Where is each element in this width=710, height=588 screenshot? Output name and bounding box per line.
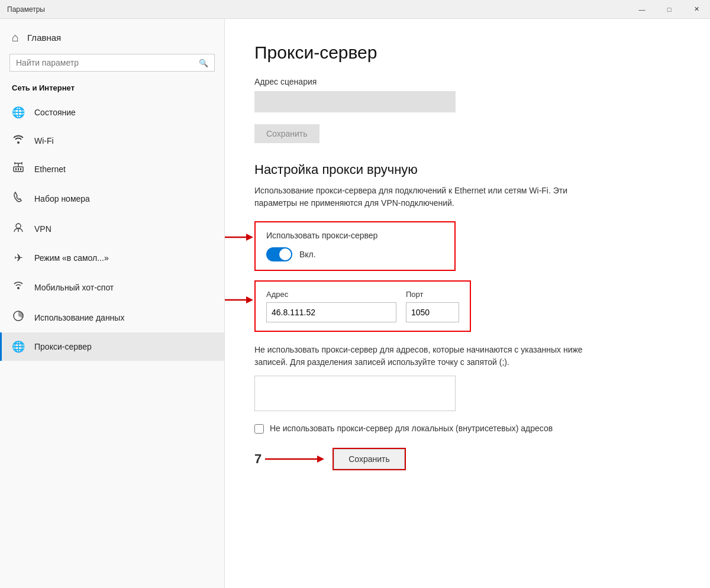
airplane-icon: ✈ bbox=[12, 251, 25, 264]
ethernet-icon bbox=[12, 162, 25, 176]
window-content: ⌂ Главная 🔍 Сеть и Интернет 🌐 Состояние bbox=[0, 19, 710, 588]
sidebar-item-wifi[interactable]: Wi-Fi bbox=[0, 127, 224, 154]
step5-arrow bbox=[225, 230, 253, 244]
sidebar-item-label-datausage: Использование данных bbox=[34, 313, 124, 322]
sidebar-item-status[interactable]: 🌐 Состояние bbox=[0, 98, 224, 127]
proxy-toggle-box: Использовать прокси-сервер Вкл. bbox=[254, 221, 456, 271]
step7-label: 7 bbox=[254, 451, 262, 467]
local-bypass-checkbox[interactable] bbox=[254, 424, 264, 434]
svg-rect-3 bbox=[20, 168, 21, 170]
sidebar-item-label-proxy: Прокси-сервер bbox=[34, 342, 92, 351]
svg-marker-13 bbox=[246, 234, 253, 241]
page-title: Прокси-сервер bbox=[254, 43, 680, 63]
address-input[interactable] bbox=[266, 302, 396, 322]
manual-desc: Использование прокси-сервера для подключ… bbox=[254, 185, 586, 209]
sidebar-item-datausage[interactable]: Использование данных bbox=[0, 302, 224, 332]
step7-arrow bbox=[265, 452, 324, 466]
use-proxy-label: Использовать прокси-сервер bbox=[266, 231, 444, 240]
minimize-button[interactable]: — bbox=[628, 0, 656, 19]
proxy-toggle-switch[interactable] bbox=[266, 247, 292, 261]
address-label: Адрес bbox=[266, 290, 396, 299]
sidebar-item-label-status: Состояние bbox=[34, 108, 76, 117]
main-panel: Прокси-сервер Адрес сценария Сохранить Н… bbox=[225, 19, 710, 588]
addr-port-box: Адрес Порт bbox=[254, 280, 471, 332]
toggle-row: Вкл. bbox=[266, 247, 444, 261]
sidebar-item-hotspot[interactable]: Мобильный хот-спот bbox=[0, 272, 224, 302]
sidebar-item-airplane[interactable]: ✈ Режим «в самол...» bbox=[0, 244, 224, 272]
proxy-icon: 🌐 bbox=[12, 340, 25, 353]
sidebar-item-vpn[interactable]: VPN bbox=[0, 214, 224, 244]
step6-arrow bbox=[225, 293, 253, 307]
wifi-icon bbox=[12, 134, 25, 147]
manual-section-title: Настройка прокси вручную bbox=[254, 162, 680, 177]
save-top-button[interactable]: Сохранить bbox=[254, 124, 320, 143]
save-bottom-button[interactable]: Сохранить bbox=[334, 449, 405, 469]
search-icon: 🔍 bbox=[199, 59, 208, 67]
vpn-icon bbox=[12, 221, 25, 236]
local-bypass-row: Не использовать прокси-сервер для локаль… bbox=[254, 423, 586, 435]
svg-point-10 bbox=[17, 287, 20, 289]
address-group: Адрес bbox=[266, 290, 396, 322]
maximize-button[interactable]: □ bbox=[656, 0, 683, 19]
sidebar-item-label-hotspot: Мобильный хот-спот bbox=[34, 283, 114, 292]
sidebar-section-title: Сеть и Интернет bbox=[0, 81, 224, 98]
home-label: Главная bbox=[27, 33, 61, 43]
svg-rect-2 bbox=[18, 168, 19, 170]
toggle-state-text: Вкл. bbox=[299, 250, 316, 259]
dialup-icon bbox=[12, 191, 25, 206]
status-icon: 🌐 bbox=[12, 106, 25, 119]
svg-rect-1 bbox=[15, 168, 17, 170]
window-title: Параметры bbox=[7, 5, 45, 14]
sidebar-item-label-dialup: Набор номера bbox=[34, 194, 90, 203]
home-icon: ⌂ bbox=[12, 31, 19, 44]
scenario-address-input[interactable] bbox=[254, 91, 456, 112]
svg-marker-15 bbox=[246, 296, 253, 303]
local-bypass-label: Не использовать прокси-сервер для локаль… bbox=[270, 423, 553, 435]
search-input[interactable] bbox=[16, 58, 199, 67]
titlebar-controls: — □ ✕ bbox=[628, 0, 710, 19]
svg-point-8 bbox=[16, 224, 21, 228]
exclude-desc: Не использовать прокси-сервер для адресо… bbox=[254, 344, 586, 369]
exclude-textarea[interactable] bbox=[254, 376, 456, 411]
sidebar-home[interactable]: ⌂ Главная bbox=[0, 19, 224, 54]
sidebar-item-label-wifi: Wi-Fi bbox=[34, 136, 54, 146]
sidebar-item-label-airplane: Режим «в самол...» bbox=[34, 253, 109, 263]
scenario-address-group: Адрес сценария bbox=[254, 77, 680, 112]
svg-marker-17 bbox=[317, 455, 324, 463]
sidebar-item-label-ethernet: Ethernet bbox=[34, 164, 66, 174]
settings-window: Параметры — □ ✕ ⌂ Главная 🔍 Сеть и Интер… bbox=[0, 0, 710, 588]
sidebar-item-ethernet[interactable]: Ethernet bbox=[0, 154, 224, 183]
sidebar-item-dialup[interactable]: Набор номера bbox=[0, 183, 224, 214]
titlebar: Параметры — □ ✕ bbox=[0, 0, 710, 19]
sidebar: ⌂ Главная 🔍 Сеть и Интернет 🌐 Состояние bbox=[0, 19, 225, 588]
hotspot-icon bbox=[12, 280, 25, 295]
sidebar-item-proxy[interactable]: 🌐 Прокси-сервер bbox=[0, 332, 224, 361]
sidebar-item-label-vpn: VPN bbox=[34, 224, 51, 234]
addr-port-row: Адрес Порт bbox=[266, 290, 459, 322]
scenario-address-label: Адрес сценария bbox=[254, 77, 680, 86]
port-group: Порт bbox=[406, 290, 459, 322]
close-button[interactable]: ✕ bbox=[683, 0, 710, 19]
sidebar-search-box: 🔍 bbox=[9, 54, 215, 72]
port-label: Порт bbox=[406, 290, 459, 299]
datausage-icon bbox=[12, 310, 25, 325]
port-input[interactable] bbox=[406, 302, 459, 322]
